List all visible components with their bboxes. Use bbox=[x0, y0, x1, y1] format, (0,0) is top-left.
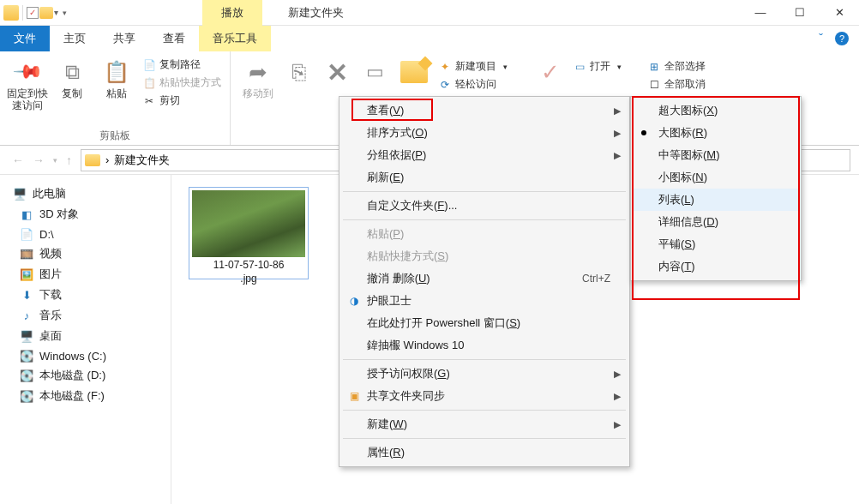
ribbon-collapse-icon[interactable]: ˇ bbox=[814, 32, 828, 45]
nav-music[interactable]: ♪音乐 bbox=[3, 305, 167, 326]
help-icon[interactable]: ? bbox=[835, 32, 849, 45]
cut-button[interactable]: ✂剪切 bbox=[141, 93, 223, 109]
drive-icon: 💽 bbox=[19, 349, 34, 363]
ctx-customize[interactable]: 自定义文件夹(F)... bbox=[341, 195, 628, 217]
newitem-icon: ✦ bbox=[438, 60, 452, 74]
breadcrumb-sep: › bbox=[105, 153, 109, 166]
up-button[interactable]: ↑ bbox=[63, 152, 75, 169]
copy-button[interactable]: ⧉ 复制 bbox=[51, 55, 93, 127]
new-folder-icon bbox=[400, 58, 428, 86]
copypath-icon: 📄 bbox=[142, 58, 156, 72]
ctx-refresh[interactable]: 刷新(E) bbox=[341, 166, 628, 189]
nav-d-drive-top[interactable]: 📄D:\ bbox=[3, 225, 167, 243]
nav-f-drive[interactable]: 💽本地磁盘 (F:) bbox=[3, 386, 167, 406]
open-icon: ▭ bbox=[573, 60, 586, 74]
ctx-sort[interactable]: 排序方式(O)▶ bbox=[341, 122, 628, 144]
tab-view[interactable]: 查看 bbox=[149, 26, 199, 51]
nav-pane: 🖥️此电脑 ◧3D 对象 📄D:\ 🎞️视频 🖼️图片 ⬇下载 ♪音乐 🖥️桌面… bbox=[0, 175, 171, 504]
doc-icon: 📄 bbox=[19, 227, 34, 241]
new-item-button[interactable]: ✦新建项目▾ bbox=[436, 58, 509, 75]
back-button[interactable]: ← bbox=[9, 152, 27, 169]
scissors-icon: ✂ bbox=[142, 94, 156, 108]
window-controls: — ☐ ✕ bbox=[741, 0, 859, 26]
ctx-share-sync[interactable]: ▣共享文件夹同步▶ bbox=[341, 385, 628, 407]
open-button[interactable]: ▭打开▾ bbox=[571, 58, 623, 75]
ctx-view-xl[interactable]: 超大图标(X) bbox=[633, 99, 799, 122]
ctx-powershell[interactable]: 在此处打开 Powershell 窗口(S) bbox=[341, 312, 628, 334]
nav-downloads[interactable]: ⬇下载 bbox=[3, 285, 167, 305]
pictures-icon: 🖼️ bbox=[19, 267, 34, 281]
group-label-clipboard: 剪贴板 bbox=[7, 127, 223, 145]
nav-c-drive[interactable]: 💽Windows (C:) bbox=[3, 346, 167, 365]
ctx-view-lg[interactable]: 大图标(R) bbox=[633, 122, 799, 144]
context-menu-main: 查看(V)▶ 排序方式(O)▶ 分组依据(P)▶ 刷新(E) 自定义文件夹(F)… bbox=[339, 96, 630, 467]
video-icon: 🎞️ bbox=[19, 247, 34, 261]
move-to-icon: ➦ bbox=[244, 58, 272, 86]
nav-pictures[interactable]: 🖼️图片 bbox=[3, 264, 167, 285]
shield-icon: ◑ bbox=[346, 293, 362, 309]
ctx-view-list[interactable]: 列表(L) bbox=[633, 189, 799, 211]
tab-home[interactable]: 主页 bbox=[50, 26, 99, 51]
qat-folder-icon[interactable] bbox=[39, 7, 53, 19]
copy-to-button[interactable]: ⎘ bbox=[282, 55, 316, 141]
context-submenu-view: 超大图标(X) 大图标(R) 中等图标(M) 小图标(N) 列表(L) 详细信息… bbox=[630, 96, 802, 281]
nav-d-drive[interactable]: 💽本地磁盘 (D:) bbox=[3, 365, 167, 386]
tool-tab-play[interactable]: 播放 bbox=[202, 0, 262, 26]
ctx-view-content[interactable]: 内容(T) bbox=[633, 255, 799, 278]
drive-icon: 💽 bbox=[19, 369, 34, 382]
file-thumb-1[interactable]: 11-07-57-10-86 .jpg bbox=[180, 187, 317, 279]
ctx-group[interactable]: 分组依据(P)▶ bbox=[341, 144, 628, 166]
properties-icon: ✓ bbox=[537, 58, 564, 86]
close-button[interactable]: ✕ bbox=[820, 0, 859, 26]
nav-this-pc[interactable]: 🖥️此电脑 bbox=[3, 183, 167, 204]
history-dropdown[interactable]: ▾ bbox=[50, 154, 61, 166]
tab-share[interactable]: 共享 bbox=[99, 26, 149, 51]
pin-to-quick-access-button[interactable]: 📌 固定到快 速访问 bbox=[7, 55, 48, 127]
tab-file[interactable]: 文件 bbox=[0, 26, 50, 51]
ctx-view-sm[interactable]: 小图标(N) bbox=[633, 166, 799, 189]
ctx-properties[interactable]: 属性(R) bbox=[341, 441, 628, 464]
move-to-button[interactable]: ➦ 移动到 bbox=[237, 55, 279, 141]
ctx-undo[interactable]: 撤消 删除(U)Ctrl+Z bbox=[341, 267, 628, 290]
qat-dropdown[interactable]: ▾ bbox=[59, 9, 70, 17]
select-all-button[interactable]: ⊞全部选择 bbox=[646, 58, 707, 75]
nav-videos[interactable]: 🎞️视频 bbox=[3, 243, 167, 264]
ctx-view-md[interactable]: 中等图标(M) bbox=[633, 144, 799, 166]
ctx-view[interactable]: 查看(V)▶ bbox=[341, 99, 628, 122]
select-none-icon: ☐ bbox=[647, 78, 661, 92]
easy-access-button[interactable]: ⟳轻松访问 bbox=[436, 76, 509, 93]
ribbon-tabs: 文件 主页 共享 查看 音乐工具 ˇ ? bbox=[0, 26, 859, 51]
group-clipboard: 📌 固定到快 速访问 ⧉ 复制 📋 粘贴 📄复制路径 📋粘贴快捷方式 ✂剪切 剪… bbox=[0, 51, 231, 145]
ctx-grant-access[interactable]: 授予访问权限(G)▶ bbox=[341, 363, 628, 385]
forward-button[interactable]: → bbox=[29, 152, 48, 169]
paste-button[interactable]: 📋 粘贴 bbox=[96, 55, 137, 127]
copy-path-button[interactable]: 📄复制路径 bbox=[141, 57, 223, 73]
delete-icon: ✕ bbox=[323, 58, 351, 86]
paste-shortcut-button[interactable]: 📋粘贴快捷方式 bbox=[141, 75, 223, 91]
sync-icon: ▣ bbox=[346, 388, 362, 404]
rename-icon: ▭ bbox=[361, 58, 388, 86]
tab-music-tools[interactable]: 音乐工具 bbox=[199, 26, 271, 51]
copy-to-icon: ⎘ bbox=[285, 58, 313, 86]
ctx-new[interactable]: 新建(W)▶ bbox=[341, 413, 628, 435]
select-none-button[interactable]: ☐全部取消 bbox=[646, 76, 707, 93]
breadcrumb-folder[interactable]: 新建文件夹 bbox=[114, 153, 170, 168]
ctx-win10[interactable]: 鍏抽棴 Windows 10 bbox=[341, 334, 628, 357]
window-title: 新建文件夹 bbox=[288, 5, 344, 21]
minimize-button[interactable]: — bbox=[741, 0, 780, 26]
ctx-view-tiles[interactable]: 平铺(S) bbox=[633, 233, 799, 255]
nav-3d-objects[interactable]: ◧3D 对象 bbox=[3, 204, 167, 225]
maximize-button[interactable]: ☐ bbox=[780, 0, 820, 26]
copy-icon: ⧉ bbox=[58, 58, 86, 86]
ctx-huyan[interactable]: ◑护眼卫士 bbox=[341, 290, 628, 312]
music-icon: ♪ bbox=[19, 309, 34, 322]
qat-properties-icon[interactable]: ✓ bbox=[27, 7, 39, 19]
folder-icon bbox=[85, 154, 100, 166]
ctx-view-details[interactable]: 详细信息(D) bbox=[633, 211, 799, 233]
paste-icon: 📋 bbox=[103, 58, 130, 86]
nav-arrows: ← → ▾ ↑ bbox=[9, 152, 75, 169]
qat-customize-icon[interactable]: ▾ bbox=[54, 8, 58, 17]
pc-icon: 🖥️ bbox=[12, 187, 27, 201]
nav-desktop[interactable]: 🖥️桌面 bbox=[3, 326, 167, 346]
download-icon: ⬇ bbox=[19, 288, 34, 302]
